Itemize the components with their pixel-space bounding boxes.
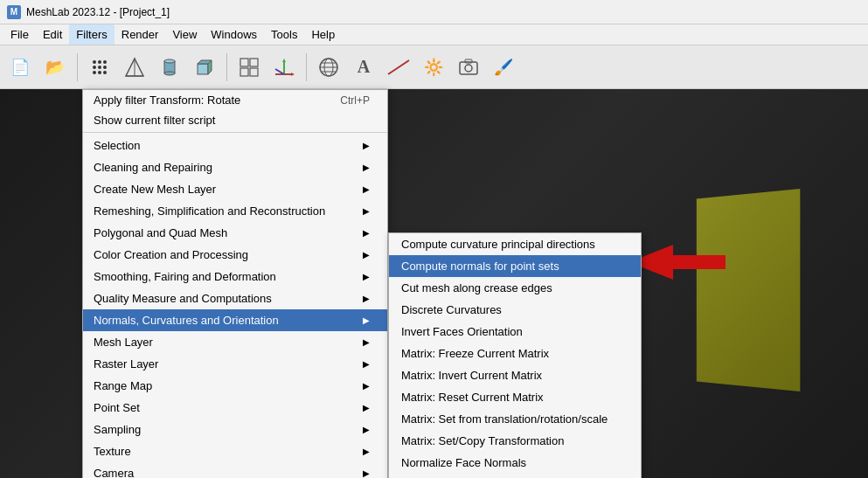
svg-marker-26 [291, 73, 295, 76]
show-script-item[interactable]: Show current filter script [83, 110, 387, 130]
menu-file[interactable]: File [3, 24, 36, 45]
compute-curvature-item[interactable]: Compute curvature principal directions [389, 233, 641, 255]
new-button[interactable]: 📄 [3, 51, 37, 84]
svg-point-14 [164, 72, 175, 75]
camera-align-button[interactable] [452, 51, 485, 84]
menu-filters[interactable]: Filters [69, 24, 114, 45]
apply-filter-item[interactable]: Apply filter Transform: Rotate Ctrl+P [83, 90, 387, 110]
menu-tools[interactable]: Tools [264, 24, 304, 45]
axes-button[interactable] [267, 51, 301, 84]
svg-rect-33 [460, 62, 477, 74]
toolbar-separator-2 [226, 53, 227, 81]
svg-point-13 [164, 59, 175, 63]
selection-item[interactable]: Selection ▶ [83, 135, 387, 156]
invert-matrix-item[interactable]: Matrix: Invert Current Matrix [389, 364, 641, 386]
create-mesh-item[interactable]: Create New Mesh Layer ▶ [83, 178, 387, 200]
svg-point-6 [93, 71, 96, 74]
raster-layer-item[interactable]: Raster Layer ▶ [83, 353, 387, 375]
normals-item[interactable]: Normals, Curvatures and Orientation ▶ [83, 309, 387, 331]
svg-point-4 [98, 66, 101, 69]
app-icon: M [7, 5, 21, 19]
menu-edit[interactable]: Edit [36, 24, 69, 45]
point-set-item[interactable]: Point Set ▶ [83, 397, 387, 419]
menu-help[interactable]: Help [304, 24, 342, 45]
quality-item[interactable]: Quality Measure and Computations ▶ [83, 287, 387, 309]
svg-marker-25 [282, 59, 286, 62]
normalize-vertex-item[interactable]: Normalize Vertex Normals [389, 474, 641, 478]
svg-point-8 [103, 71, 107, 74]
invert-faces-item[interactable]: Invert Faces Orientation [389, 321, 641, 343]
svg-point-2 [103, 60, 107, 64]
toolbar-separator-3 [306, 53, 307, 81]
svg-line-32 [388, 60, 409, 74]
camera-item[interactable]: Camera ▶ [83, 462, 387, 478]
svg-point-0 [93, 60, 96, 64]
remeshing-item[interactable]: Remeshing, Simplification and Reconstruc… [83, 200, 387, 222]
svg-point-1 [98, 60, 101, 64]
light-button[interactable]: 🔆 [417, 51, 450, 84]
set-copy-item[interactable]: Matrix: Set/Copy Transformation [389, 430, 641, 452]
svg-point-34 [465, 65, 472, 72]
color-item[interactable]: Color Creation and Processing ▶ [83, 244, 387, 266]
set-translation-item[interactable]: Matrix: Set from translation/rotation/sc… [389, 408, 641, 430]
polygonal-item[interactable]: Polygonal and Quad Mesh ▶ [83, 222, 387, 244]
title-bar: M MeshLab 2023.12 - [Project_1] [0, 0, 868, 24]
indicator-arrow [629, 245, 726, 282]
discrete-curvatures-item[interactable]: Discrete Curvatures [389, 299, 641, 321]
line-button[interactable] [382, 51, 415, 84]
box-button[interactable] [188, 51, 221, 84]
menu-windows[interactable]: Windows [204, 24, 264, 45]
svg-point-5 [103, 66, 107, 69]
smoothing-item[interactable]: Smoothing, Fairing and Deformation ▶ [83, 266, 387, 287]
menu-render[interactable]: Render [115, 24, 166, 45]
sampling-item[interactable]: Sampling ▶ [83, 419, 387, 440]
svg-rect-21 [250, 68, 258, 76]
globe-button[interactable] [312, 51, 345, 84]
mesh-layer-item[interactable]: Mesh Layer ▶ [83, 331, 387, 353]
svg-rect-15 [198, 64, 208, 74]
text-button[interactable]: A [347, 51, 380, 84]
cylinder-button[interactable] [153, 51, 186, 84]
cleaning-item[interactable]: Cleaning and Repairing ▶ [83, 156, 387, 178]
normals-submenu: Compute curvature principal directions C… [388, 232, 642, 478]
main-viewport: Apply filter Transform: Rotate Ctrl+P Sh… [0, 89, 868, 478]
svg-rect-18 [240, 59, 248, 66]
compute-normals-item[interactable]: Compute normals for point sets [389, 255, 641, 277]
cut-mesh-item[interactable]: Cut mesh along crease edges [389, 277, 641, 299]
open-button[interactable]: 📂 [38, 51, 72, 84]
toolbar: 📄 📂 [0, 45, 868, 89]
wireframe-button[interactable] [118, 51, 151, 84]
menu-bar: File Edit Filters Render View Windows To… [0, 24, 868, 45]
freeze-matrix-item[interactable]: Matrix: Freeze Current Matrix [389, 343, 641, 364]
brush-button[interactable]: 🖌️ [487, 51, 520, 84]
svg-rect-20 [240, 68, 248, 76]
menu-separator [83, 132, 387, 133]
view-dots-button[interactable] [83, 51, 116, 84]
menu-view[interactable]: View [165, 24, 204, 45]
svg-point-7 [98, 71, 101, 74]
normalize-face-item[interactable]: Normalize Face Normals [389, 452, 641, 474]
reset-matrix-item[interactable]: Matrix: Reset Current Matrix [389, 386, 641, 408]
svg-rect-19 [250, 59, 258, 66]
svg-marker-36 [629, 245, 726, 280]
svg-point-3 [93, 66, 96, 69]
range-map-item[interactable]: Range Map ▶ [83, 375, 387, 397]
window-title: MeshLab 2023.12 - [Project_1] [26, 6, 170, 18]
toolbar-separator-1 [77, 53, 78, 81]
filters-dropdown: Apply filter Transform: Rotate Ctrl+P Sh… [82, 89, 388, 478]
mesh-object [697, 189, 800, 391]
grid-view-button[interactable] [233, 51, 266, 84]
texture-item[interactable]: Texture ▶ [83, 440, 387, 462]
